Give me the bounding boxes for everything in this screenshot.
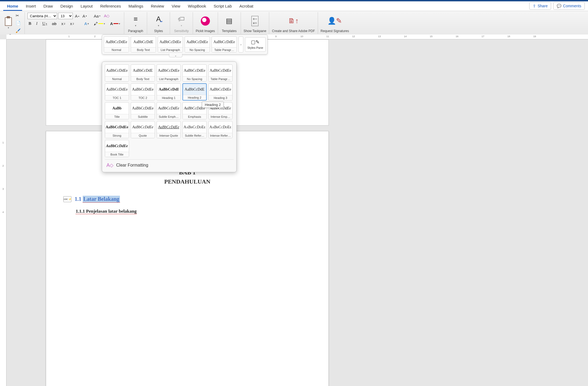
- ruler-mark: 18: [502, 35, 515, 35]
- group-taskpane: +−×÷ Show Taskpane: [241, 12, 269, 34]
- adobe-pdf-button[interactable]: 🗎↑: [285, 16, 302, 26]
- styles-quick-gallery: AaBbCcDdEeNormalAaBbCcDdEBody TextAaBbCc…: [102, 35, 268, 35]
- ruler-mark: [515, 35, 528, 35]
- group-sensitivity: 🏷 ▾ Sensitivity: [170, 12, 193, 34]
- ruler-mark: [282, 35, 295, 35]
- paragraph-button[interactable]: ≡ ▾: [127, 14, 144, 28]
- ruler-mark: 10: [295, 35, 308, 35]
- pickit-button[interactable]: [197, 15, 214, 27]
- share-icon: ⇪: [533, 4, 536, 8]
- group-paragraph: ≡ ▾ Paragraph: [124, 12, 147, 34]
- sensitivity-icon: 🏷: [178, 15, 185, 23]
- tab-references[interactable]: References: [96, 2, 125, 11]
- shrink-font-icon[interactable]: A▾: [81, 13, 88, 19]
- templates-label: Templates: [222, 29, 237, 33]
- ruler-mark: [489, 35, 502, 35]
- superscript-button[interactable]: x2: [69, 21, 75, 26]
- taskpane-icon: +−×÷: [251, 16, 258, 26]
- ribbon-tabs: HomeInsertDrawDesignLayoutReferencesMail…: [0, 1, 588, 11]
- sensitivity-label: Sensitivity: [174, 29, 189, 33]
- pdf-icon: 🗎↑: [288, 17, 299, 25]
- tab-review[interactable]: Review: [147, 2, 168, 11]
- ruler-mark: [308, 35, 321, 35]
- format-painter-icon[interactable]: 🖌️: [15, 28, 22, 34]
- bold-button[interactable]: B: [27, 21, 32, 26]
- paragraph-icon: ≡: [134, 15, 138, 23]
- horizontal-ruler[interactable]: 12345678910111213141516171819: [6, 35, 588, 35]
- ruler-mark: 17: [476, 35, 489, 35]
- document-area: 12345678910111213141516171819 1234 BAB 1…: [0, 35, 588, 35]
- font-name-select[interactable]: Cambria (H…: [27, 13, 57, 19]
- subscript-button[interactable]: x2: [60, 21, 67, 26]
- adobe-label: Create and Share Adobe PDF: [272, 29, 315, 33]
- templates-icon: ▤: [226, 17, 233, 25]
- tab-draw[interactable]: Draw: [40, 2, 57, 11]
- tab-view[interactable]: View: [168, 2, 184, 11]
- tabs-right: ⇪ Share 💬 Comments: [529, 2, 585, 11]
- change-case-icon[interactable]: Aa ▾: [93, 13, 102, 19]
- ribbon-content: ▾ ✂︎ 📄 🖌️ Paste Cambria (H… 13 A▴ A▾ Aa …: [0, 11, 588, 35]
- share-button[interactable]: ⇪ Share: [529, 2, 551, 10]
- taskpane-label: Show Taskpane: [244, 29, 267, 33]
- grow-font-icon[interactable]: A▴: [74, 13, 80, 19]
- group-signatures: 👤✎ Request Signatures: [318, 12, 352, 34]
- ruler-mark: 16: [451, 35, 464, 35]
- text-effects-button[interactable]: A ▾: [83, 21, 90, 26]
- group-clipboard: ▾ ✂︎ 📄 🖌️ Paste: [2, 12, 25, 34]
- clear-format-icon[interactable]: A◇: [103, 13, 111, 19]
- styles-button[interactable]: A✒ ▾: [150, 14, 167, 28]
- italic-button[interactable]: I: [35, 21, 39, 26]
- ruler-mark: 14: [399, 35, 412, 35]
- ruler-mark: [386, 35, 399, 35]
- cut-icon[interactable]: ✂︎: [15, 13, 22, 19]
- comments-icon: 💬: [557, 4, 561, 8]
- ruler-mark: [50, 35, 63, 35]
- ruler-mark: 12: [347, 35, 360, 35]
- signatures-label: Request Signatures: [321, 29, 349, 33]
- highlight-button[interactable]: 🖍▾: [93, 21, 106, 26]
- tab-wispbook[interactable]: WispBook: [184, 2, 210, 11]
- underline-button[interactable]: U ▾: [41, 21, 48, 26]
- comments-label: Comments: [563, 4, 581, 8]
- ruler-mark: [412, 35, 425, 35]
- group-adobe: 🗎↑ Create and Share Adobe PDF: [269, 12, 318, 34]
- group-styles: A✒ ▾ Styles: [147, 12, 170, 34]
- pickit-label: Pickit Images: [196, 29, 215, 33]
- ruler-mark: 2: [88, 35, 101, 35]
- strikethrough-button[interactable]: ab: [51, 21, 58, 26]
- group-templates: ▤ Templates: [218, 12, 241, 34]
- ruler-mark: [360, 35, 373, 35]
- tab-layout[interactable]: Layout: [77, 2, 96, 11]
- templates-button[interactable]: ▤: [221, 16, 238, 26]
- tab-acrobat[interactable]: Acrobat: [236, 2, 257, 11]
- ruler-mark: 11: [321, 35, 334, 35]
- signatures-button[interactable]: 👤✎: [325, 16, 344, 26]
- ruler-mark: 13: [373, 35, 386, 35]
- tab-design[interactable]: Design: [57, 2, 77, 11]
- comments-button[interactable]: 💬 Comments: [553, 2, 585, 10]
- ruler-mark: [464, 35, 476, 35]
- group-pickit: Pickit Images: [193, 12, 218, 34]
- font-color-button[interactable]: A▾: [109, 21, 121, 26]
- tab-home[interactable]: Home: [3, 2, 22, 11]
- ruler-mark: 19: [528, 35, 541, 35]
- share-label: Share: [538, 4, 548, 8]
- styles-label: Styles: [154, 29, 163, 33]
- clipboard-small: ✂︎ 📄 🖌️: [15, 13, 22, 34]
- signature-icon: 👤✎: [327, 17, 342, 25]
- taskpane-button[interactable]: +−×÷: [246, 15, 264, 27]
- tab-mailings[interactable]: Mailings: [125, 2, 147, 11]
- ruler-mark: 15: [425, 35, 438, 35]
- paste-caret: ▾: [8, 26, 9, 29]
- clipboard-icon: [5, 17, 12, 26]
- tab-script-lab[interactable]: Script Lab: [210, 2, 236, 11]
- sensitivity-button: 🏷 ▾: [173, 14, 190, 28]
- ruler-mark: 9: [269, 35, 282, 35]
- font-size-select[interactable]: 13: [58, 13, 73, 19]
- paste-button[interactable]: ▾: [5, 17, 12, 29]
- paragraph-label: Paragraph: [128, 29, 143, 33]
- copy-icon[interactable]: 📄: [15, 20, 22, 26]
- ruler-mark: 1: [63, 35, 75, 35]
- tab-insert[interactable]: Insert: [22, 2, 40, 11]
- styles-icon: A✒: [156, 15, 161, 23]
